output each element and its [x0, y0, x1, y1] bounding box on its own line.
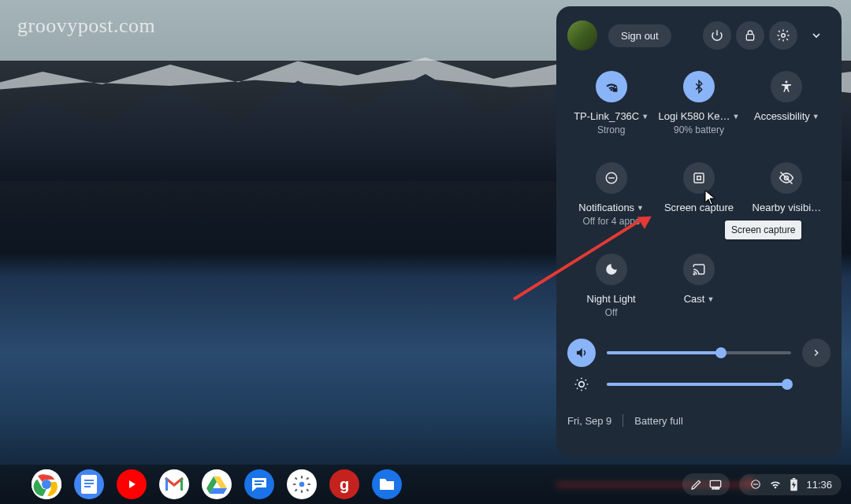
accessibility-label: Accessibility [754, 110, 810, 122]
svg-rect-17 [180, 478, 183, 491]
svg-rect-15 [84, 486, 91, 487]
wifi-tile[interactable]: TP-Link_736C▼ Strong [567, 71, 655, 135]
avatar[interactable] [567, 20, 597, 50]
screen-capture-label: Screen capture [664, 202, 734, 214]
svg-point-1 [782, 34, 786, 38]
panel-footer: Fri, Sep 9 Battery full [567, 414, 831, 427]
svg-point-9 [579, 382, 585, 387]
svg-rect-21 [711, 480, 721, 487]
app-g-circle[interactable]: g [329, 469, 359, 499]
svg-rect-27 [793, 478, 795, 480]
cast-label: Cast [684, 293, 705, 305]
power-icon[interactable] [703, 21, 731, 50]
bluetooth-tile[interactable]: Logi K580 Ke…▼ 90% battery [655, 71, 742, 135]
app-messages[interactable] [244, 469, 274, 499]
accessibility-icon [771, 71, 802, 102]
virtual-desks-icon [709, 479, 722, 490]
collapse-chevron-icon[interactable] [802, 21, 831, 50]
cast-tile[interactable]: Cast▼ [655, 254, 742, 318]
battery-status: Battery full [634, 415, 682, 427]
chevron-down-icon: ▼ [812, 113, 819, 120]
nearby-label: Nearby visibi… [753, 202, 821, 213]
chevron-down-icon: ▼ [707, 295, 714, 303]
tooltip: Screen capture [725, 220, 801, 239]
dnd-icon [596, 162, 627, 194]
bluetooth-sub: 90% battery [655, 124, 742, 135]
lock-icon[interactable] [736, 21, 764, 50]
screen-capture-tile[interactable]: Screen capture [655, 162, 742, 227]
svg-rect-19 [255, 484, 262, 485]
night-light-sub: Off [567, 307, 655, 318]
gear-icon[interactable] [769, 21, 797, 50]
svg-rect-23 [715, 488, 717, 489]
svg-rect-5 [694, 173, 704, 183]
svg-point-8 [693, 273, 695, 275]
bluetooth-label: Logi K580 Ke… [658, 110, 730, 122]
app-chrome[interactable] [32, 469, 61, 499]
wifi-tray-icon [769, 479, 782, 490]
chevron-down-icon: ▼ [641, 113, 648, 120]
app-docs[interactable] [74, 469, 104, 499]
wifi-sub: Strong [567, 124, 655, 135]
svg-rect-16 [165, 478, 168, 491]
svg-rect-2 [612, 88, 617, 92]
night-light-label: Night Light [587, 293, 636, 305]
accessibility-tile[interactable]: Accessibility▼ [743, 71, 831, 135]
wifi-label: TP-Link_736C [574, 110, 639, 122]
night-light-tile[interactable]: Night Light Off [567, 254, 655, 318]
svg-rect-22 [712, 488, 714, 489]
shelf-apps: g [32, 469, 402, 499]
footer-divider [622, 414, 623, 427]
wifi-icon [596, 71, 627, 102]
volume-icon[interactable] [567, 339, 596, 367]
sign-out-button[interactable]: Sign out [608, 24, 671, 47]
app-files[interactable] [372, 469, 402, 499]
svg-rect-13 [84, 480, 94, 481]
app-settings[interactable] [287, 469, 317, 499]
watermark: groovypost.com [17, 14, 155, 38]
screen-capture-icon [683, 162, 715, 194]
brightness-row [567, 369, 831, 400]
svg-rect-0 [746, 35, 753, 40]
svg-rect-6 [697, 176, 701, 180]
tray-time: 11:36 [806, 479, 832, 491]
tray-pins[interactable] [682, 473, 730, 495]
nearby-visibility-tile[interactable]: Nearby visibi… [743, 162, 831, 227]
svg-point-20 [299, 482, 305, 487]
app-gmail[interactable] [159, 469, 189, 499]
bluetooth-icon [683, 71, 715, 102]
audio-settings-icon[interactable] [802, 339, 831, 367]
svg-rect-14 [84, 483, 94, 484]
app-drive[interactable] [202, 469, 232, 499]
night-light-icon [596, 254, 627, 285]
sliders [567, 337, 831, 400]
notifications-label: Notifications [578, 202, 634, 213]
svg-point-11 [42, 480, 51, 489]
chevron-down-icon: ▼ [733, 113, 740, 120]
quick-toggle-grid: TP-Link_736C▼ Strong Logi K580 Ke…▼ 90% … [567, 71, 831, 318]
panel-date: Fri, Sep 9 [567, 415, 611, 427]
svg-rect-24 [718, 488, 719, 489]
chevron-down-icon: ▼ [637, 204, 644, 212]
volume-row [567, 337, 831, 369]
dnd-tray-icon [750, 479, 761, 490]
volume-slider[interactable] [607, 351, 791, 354]
cast-icon [683, 254, 715, 285]
brightness-icon[interactable] [567, 370, 596, 398]
stylus-icon [690, 478, 703, 491]
shelf: g 11:36 [0, 465, 851, 504]
mouse-cursor-icon [704, 190, 715, 206]
svg-rect-18 [255, 480, 264, 482]
panel-header: Sign out [567, 20, 831, 50]
brightness-slider[interactable] [607, 383, 791, 386]
battery-tray-icon [790, 478, 798, 491]
status-tray[interactable]: 11:36 [739, 474, 842, 495]
app-youtube[interactable] [117, 469, 147, 499]
svg-point-3 [786, 81, 788, 83]
visibility-off-icon [771, 162, 802, 194]
